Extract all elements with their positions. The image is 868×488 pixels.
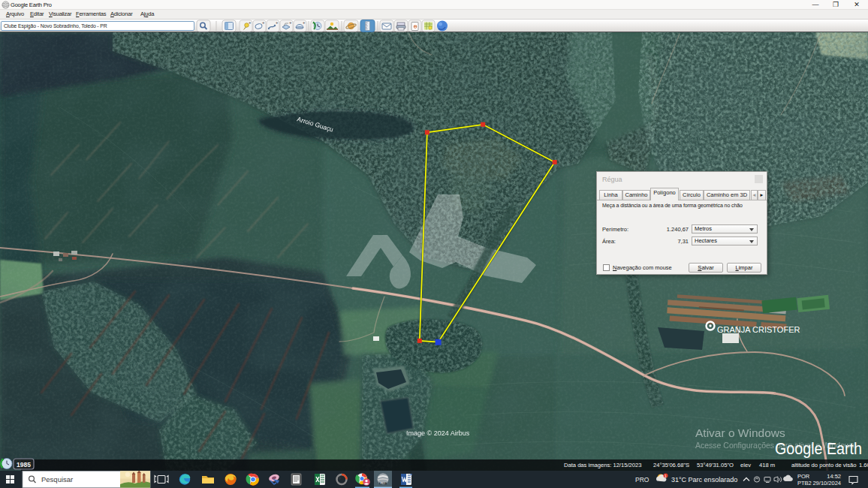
svg-text:+: + xyxy=(262,20,265,25)
svg-text:1: 1 xyxy=(665,474,667,478)
svg-text:1985: 1985 xyxy=(17,461,31,468)
svg-text:POR: POR xyxy=(797,473,810,480)
svg-text:GRANJA CRISTOFER: GRANJA CRISTOFER xyxy=(717,325,800,334)
svg-text:+: + xyxy=(289,20,292,25)
svg-text:+: + xyxy=(303,20,306,25)
svg-text:29/10/2024: 29/10/2024 xyxy=(812,480,841,486)
svg-text:Google Earth: Google Earth xyxy=(775,439,862,458)
svg-text:14:52: 14:52 xyxy=(827,473,841,480)
svg-text:+: + xyxy=(276,20,279,25)
svg-text:Pesquisar: Pesquisar xyxy=(41,475,73,483)
svg-text:PTB2: PTB2 xyxy=(797,480,812,486)
svg-text:PRO: PRO xyxy=(635,476,649,483)
svg-text:+: + xyxy=(249,20,252,25)
svg-text:PRO: PRO xyxy=(381,482,386,485)
svg-text:31°C Parc ensolarado: 31°C Parc ensolarado xyxy=(671,476,737,483)
svg-text:Ativar o Windows: Ativar o Windows xyxy=(695,426,785,439)
svg-text:Image © 2024 Airbus: Image © 2024 Airbus xyxy=(406,429,470,437)
